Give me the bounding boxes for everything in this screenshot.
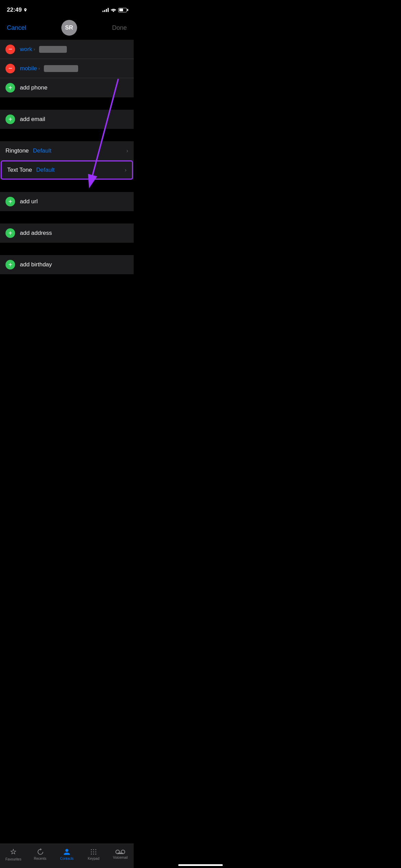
url-section: + add url [0,192,134,211]
add-address-row[interactable]: + add address [0,224,134,243]
section-gap-1 [0,97,134,110]
ringtone-chevron: › [126,148,128,154]
remove-work-button[interactable]: − [5,45,15,54]
birthday-section: + add birthday [0,255,134,274]
add-birthday-label: add birthday [20,261,52,268]
work-phone-value [39,46,66,53]
add-address-button[interactable]: + [5,228,15,238]
section-gap-3 [0,180,134,192]
remove-mobile-button[interactable]: − [5,64,15,73]
add-url-button[interactable]: + [5,197,15,206]
text-tone-label: Text Tone [7,167,32,173]
avatar: SR [61,20,77,36]
phone-section: − work › − mobile › + add phone [0,40,134,97]
add-url-label: add url [20,198,38,205]
mobile-phone-value [44,65,78,72]
add-phone-label: add phone [20,84,47,91]
add-email-row[interactable]: + add email [0,110,134,129]
work-chevron: › [34,47,35,52]
text-tone-row[interactable]: Text Tone Default › [1,160,133,180]
bottom-spacer [0,274,134,288]
work-phone-row[interactable]: − work › [0,40,134,59]
text-tone-value: Default [36,167,54,173]
add-url-row[interactable]: + add url [0,192,134,211]
wifi-icon [111,8,116,12]
add-birthday-button[interactable]: + [5,260,15,269]
mobile-phone-row[interactable]: − mobile › [0,59,134,78]
mobile-label[interactable]: mobile [20,65,37,72]
status-bar: 22:49 [0,0,134,17]
add-email-button[interactable]: + [5,114,15,124]
signal-icon [102,8,109,12]
mobile-chevron: › [38,66,40,71]
email-section: + add email [0,110,134,129]
add-address-label: add address [20,230,52,237]
address-section: + add address [0,224,134,243]
status-icons [102,8,127,12]
text-tone-chevron: › [125,167,126,173]
ringtone-value: Default [33,147,51,154]
add-phone-button[interactable]: + [5,83,15,93]
cancel-button[interactable]: Cancel [7,24,26,32]
add-birthday-row[interactable]: + add birthday [0,255,134,274]
section-gap-4 [0,211,134,224]
status-time: 22:49 [7,7,27,13]
ringtone-section: Ringtone Default › Text Tone Default › [0,141,134,180]
nav-bar: Cancel SR Done [0,17,134,40]
ringtone-row[interactable]: Ringtone Default › [0,141,134,160]
done-button[interactable]: Done [112,24,127,32]
section-gap-5 [0,243,134,255]
work-label[interactable]: work [20,46,32,53]
battery-icon [118,8,127,12]
add-email-label: add email [20,116,45,123]
location-icon [23,8,27,12]
section-gap-2 [0,129,134,141]
add-phone-row[interactable]: + add phone [0,78,134,97]
ringtone-label: Ringtone [5,147,29,154]
